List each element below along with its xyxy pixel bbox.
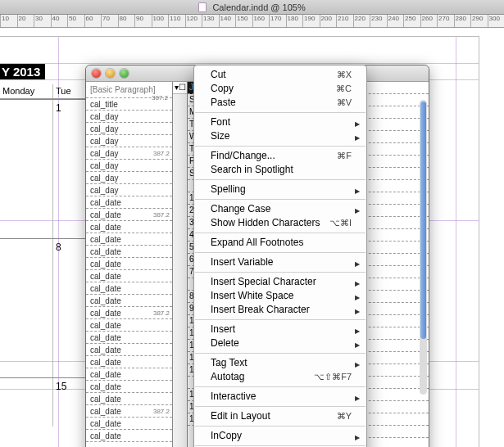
menu-item[interactable]: Find/Change...⌘F [194,149,366,163]
menu-item[interactable]: InCopy [194,429,366,443]
menu-item[interactable]: Tag Text [194,356,366,370]
overset-marker: ▾☐ [173,82,187,94]
ruler-tick: 230 [370,15,382,27]
menu-item-label: Spelling [211,183,246,195]
menu-item[interactable]: Copy⌘C [194,82,366,96]
menu-item-label: Cut [211,69,226,80]
style-cell[interactable]: cal_title [86,98,172,111]
style-cell[interactable]: cal_date [86,430,172,442]
menu-item[interactable]: Insert [194,323,366,336]
ruler-tick: 130 [202,15,214,27]
menu-separator [195,179,366,180]
ruler-tick: 80 [118,15,127,27]
ruler-tick: 300 [488,15,500,27]
ruler-tick: 150 [235,15,247,27]
menu-item[interactable]: Spelling [194,183,366,196]
menu-item[interactable]: Autotag⌥⇧⌘F7 [194,370,366,384]
ruler-tick: 290 [470,15,483,27]
style-cell[interactable]: cal_date387.2 [86,405,172,418]
style-size: 387.2 [153,148,170,159]
style-header-label: [Basic Paragraph] [90,85,156,94]
menu-item-label: Size [211,130,229,142]
style-cell[interactable]: cal_date [86,356,172,368]
menu-item-shortcut: ⌘C [336,83,352,95]
zoom-icon[interactable] [120,69,129,78]
menu-item[interactable]: Change Case [194,202,366,216]
ruler-tick: 180 [286,15,298,27]
menu-separator [195,112,366,113]
menu-item[interactable]: Search in Spotlight [194,163,366,177]
menu-item[interactable]: Cut⌘X [194,68,366,82]
style-cell[interactable]: cal_date [86,246,172,258]
menu-item-label: Paste [211,97,236,108]
ruler-tick: 90 [134,15,143,27]
menu-item-label: Interactive [211,391,256,402]
menu-item[interactable]: Show Hidden Characters⌥⌘I [194,216,366,230]
style-cell[interactable]: cal_day [86,135,172,147]
style-cell[interactable]: cal_day387.2 [86,147,172,160]
style-cell[interactable]: cal_date [86,368,172,381]
calendar-edge: Y 2013 Monday Tue 1 8 15 [0,64,86,427]
menu-separator [195,445,366,446]
menu-separator [195,199,366,200]
style-cell[interactable]: cal_date [86,270,172,282]
ruler-tick: 160 [252,15,265,27]
menu-item[interactable]: Delete [194,336,366,350]
minimize-icon[interactable] [106,69,115,78]
style-cell[interactable]: cal_date387.2 [86,209,172,221]
close-icon[interactable] [92,69,101,78]
menu-item-label: Find/Change... [211,150,275,161]
menu-item-shortcut: ⌥⇧⌘F7 [314,371,352,383]
vertical-scrollbar[interactable] [420,100,427,395]
menu-item-shortcut: ⌘Y [337,410,352,422]
menu-item-label: Autotag [211,371,244,382]
ruler-tick: 240 [387,15,399,27]
menu-item-label: Expand All Footnotes [211,237,303,248]
style-cell[interactable]: cal_day [86,111,172,123]
menu-item[interactable]: Paste⌘V [194,96,366,110]
window-traffic-lights [92,69,129,78]
menu-item[interactable]: Insert Break Character [194,303,366,317]
style-cell[interactable]: cal_date [86,258,172,270]
ruler-tick: 140 [219,15,231,27]
menu-item[interactable]: Insert White Space [194,289,366,303]
style-cell[interactable]: cal_date [86,282,172,295]
menu-item-label: Insert [211,323,235,335]
style-cell[interactable]: cal_day [86,123,172,135]
horizontal-ruler: 1020304050607080901001101201301401501601… [0,15,504,28]
style-cell[interactable]: cal_date [86,418,172,430]
workspace: Y 2013 Monday Tue 1 8 15 [0,28,504,447]
menu-item-shortcut: ⌥⌘I [329,217,352,229]
style-cell[interactable]: cal_date [86,295,172,307]
overset-column: ▾☐ [173,82,188,447]
style-cell[interactable]: cal_day [86,172,172,184]
menu-item-label: Font [211,116,230,128]
style-cell[interactable]: cal_day [86,160,172,172]
style-size: 387.2 [153,210,170,220]
style-cell[interactable]: cal_date387.2 [86,307,172,319]
calendar-year: Y 2013 [0,64,45,79]
scrollbar-thumb[interactable] [420,102,426,339]
menu-item-label: Insert Special Character [211,276,316,287]
style-cell[interactable]: cal_day [86,184,172,196]
menu-item[interactable]: Insert Variable [194,255,366,269]
menu-item[interactable]: Edit in Layout⌘Y [194,409,366,423]
style-cell[interactable]: cal_date [86,393,172,405]
menu-item-label: Show Hidden Characters [211,217,320,228]
menu-item[interactable]: Interactive [194,390,366,404]
style-cell[interactable]: cal_date [86,381,172,393]
style-cell[interactable]: cal_date [86,332,172,344]
calendar-date: 1 [53,100,86,238]
ruler-tick: 60 [84,15,93,27]
menu-item[interactable]: Size [194,129,366,143]
menu-item[interactable]: Font [194,115,366,129]
style-cell[interactable]: cal_date [86,196,172,209]
menu-item[interactable]: Expand All Footnotes [194,236,366,250]
menu-separator [195,272,366,273]
style-cell[interactable]: cal_date [86,221,172,233]
ruler-tick: 10 [0,15,9,27]
menu-item[interactable]: Insert Special Character [194,275,366,289]
style-cell[interactable]: cal_date [86,233,172,246]
style-cell[interactable]: cal_date [86,319,172,332]
style-cell[interactable]: cal_date [86,344,172,356]
